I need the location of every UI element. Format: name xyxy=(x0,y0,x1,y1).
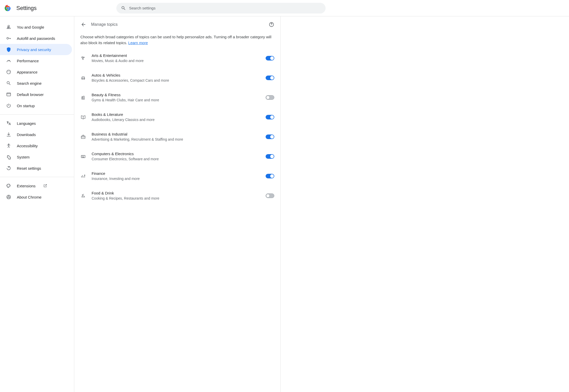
open-external-icon xyxy=(43,184,47,188)
topic-subtitle: Gyms & Health Clubs, Hair Care and more xyxy=(92,98,260,102)
topic-row-business: Business & IndustrialAdvertising & Marke… xyxy=(74,127,280,146)
topic-toggle-autos[interactable] xyxy=(266,76,274,80)
topic-title: Business & Industrial xyxy=(92,132,260,136)
sidebar-item-label: Performance xyxy=(17,59,39,63)
svg-point-4 xyxy=(7,38,9,39)
sidebar-item-label: Languages xyxy=(17,121,36,126)
sidebar-item-accessibility[interactable]: Accessibility xyxy=(0,140,72,151)
topic-toggle-food[interactable] xyxy=(266,193,274,198)
sidebar-item-about[interactable]: About Chrome xyxy=(0,191,72,203)
svg-point-5 xyxy=(7,70,11,74)
sidebar-item-languages[interactable]: Languages xyxy=(0,118,72,129)
search-input[interactable] xyxy=(129,6,321,10)
languages-icon xyxy=(6,121,11,126)
topic-text: Computers & ElectronicsConsumer Electron… xyxy=(92,152,260,161)
sidebar-item-search-engine[interactable]: Search engine xyxy=(0,78,72,89)
sidebar: GYou and GoogleAutofill and passwordsPri… xyxy=(0,16,74,392)
main-area: Manage topics Choose which broad categor… xyxy=(74,16,569,392)
appearance-icon xyxy=(6,69,11,75)
topic-toggle-books[interactable] xyxy=(266,115,274,119)
page-title: Manage topics xyxy=(91,22,264,27)
you-icon: G xyxy=(6,24,11,30)
svg-point-6 xyxy=(8,71,8,72)
reset-icon xyxy=(6,166,11,171)
topic-subtitle: Bicycles & Accessories, Compact Cars and… xyxy=(92,78,260,82)
sidebar-item-downloads[interactable]: Downloads xyxy=(0,129,72,140)
sidebar-item-default-browser[interactable]: Default browser xyxy=(0,89,72,100)
extensions-icon xyxy=(6,183,11,188)
search-engine-icon xyxy=(6,81,11,86)
help-button[interactable] xyxy=(269,22,274,27)
performance-icon xyxy=(6,58,11,63)
topic-subtitle: Audiobooks, Literary Classics and more xyxy=(92,118,260,122)
sidebar-item-privacy[interactable]: Privacy and security xyxy=(0,44,72,55)
sidebar-item-label: System xyxy=(17,155,30,159)
downloads-icon xyxy=(6,132,11,137)
topic-subtitle: Consumer Electronics, Software and more xyxy=(92,157,260,161)
content-card: Manage topics Choose which broad categor… xyxy=(74,16,281,392)
logo-area: Settings xyxy=(4,5,116,12)
sidebar-item-performance[interactable]: Performance xyxy=(0,55,72,66)
search-box[interactable] xyxy=(116,3,326,14)
topic-title: Finance xyxy=(92,171,260,176)
default-browser-icon xyxy=(6,92,11,97)
app-header: Settings xyxy=(0,0,569,16)
search-icon xyxy=(121,6,126,11)
autofill-icon xyxy=(6,36,11,41)
sidebar-item-label: About Chrome xyxy=(17,195,42,199)
about-icon xyxy=(6,194,11,200)
sidebar-item-label: Accessibility xyxy=(17,144,38,148)
svg-rect-20 xyxy=(81,136,85,138)
topic-row-books: Books & LiteratureAudiobooks, Literary C… xyxy=(74,107,280,127)
back-button[interactable] xyxy=(80,21,86,28)
sidebar-item-extensions[interactable]: Extensions xyxy=(0,180,72,191)
topic-title: Books & Literature xyxy=(92,112,260,117)
sidebar-item-label: Appearance xyxy=(17,70,38,74)
sidebar-item-startup[interactable]: On startup xyxy=(0,100,72,111)
app-title: Settings xyxy=(16,5,37,11)
svg-point-9 xyxy=(9,72,10,73)
learn-more-link[interactable]: Learn more xyxy=(128,41,148,45)
topic-title: Food & Drink xyxy=(92,191,260,195)
svg-rect-19 xyxy=(82,97,83,99)
topics-list: Arts & EntertainmentMovies, Music & Audi… xyxy=(74,48,280,205)
topic-row-beauty: Beauty & FitnessGyms & Health Clubs, Hai… xyxy=(74,88,280,107)
topic-toggle-beauty[interactable] xyxy=(266,95,274,100)
topic-text: Arts & EntertainmentMovies, Music & Audi… xyxy=(92,53,260,63)
topic-text: FinanceInsurance, Investing and more xyxy=(92,171,260,181)
svg-point-8 xyxy=(9,71,10,72)
topic-subtitle: Advertising & Marketing, Recruitment & S… xyxy=(92,137,260,141)
nav-divider xyxy=(0,177,74,177)
topic-text: Business & IndustrialAdvertising & Marke… xyxy=(92,132,260,141)
sidebar-item-system[interactable]: System xyxy=(0,151,72,163)
sidebar-item-label: Downloads xyxy=(17,132,36,137)
topic-subtitle: Insurance, Investing and more xyxy=(92,177,260,181)
sidebar-item-label: Autofill and passwords xyxy=(17,36,55,41)
svg-point-7 xyxy=(8,71,9,71)
sidebar-item-label: You and Google xyxy=(17,25,44,29)
topic-toggle-business[interactable] xyxy=(266,134,274,139)
system-icon xyxy=(6,154,11,160)
svg-point-16 xyxy=(82,57,83,58)
sidebar-item-label: Default browser xyxy=(17,92,44,97)
topic-toggle-arts[interactable] xyxy=(266,56,274,60)
topic-text: Food & DrinkCooking & Recipes, Restauran… xyxy=(92,191,260,200)
sidebar-item-reset[interactable]: Reset settings xyxy=(0,163,72,174)
topic-subtitle: Movies, Music & Audio and more xyxy=(92,59,260,63)
topic-toggle-computers[interactable] xyxy=(266,154,274,159)
sidebar-item-label: Privacy and security xyxy=(17,47,51,52)
topic-toggle-finance[interactable] xyxy=(266,174,274,178)
sidebar-item-label: Search engine xyxy=(17,81,42,85)
sidebar-item-autofill[interactable]: Autofill and passwords xyxy=(0,33,72,44)
arts-icon xyxy=(80,55,86,61)
sidebar-item-appearance[interactable]: Appearance xyxy=(0,66,72,78)
sidebar-item-label: On startup xyxy=(17,104,35,108)
topic-title: Arts & Entertainment xyxy=(92,53,260,58)
sidebar-item-you[interactable]: GYou and Google xyxy=(0,21,72,33)
topic-subtitle: Cooking & Recipes, Restaurants and more xyxy=(92,196,260,200)
sidebar-item-label: Extensions xyxy=(17,184,35,188)
svg-point-13 xyxy=(8,196,10,198)
sidebar-item-label: Reset settings xyxy=(17,166,41,170)
finance-icon xyxy=(80,173,86,179)
startup-icon xyxy=(6,103,11,108)
